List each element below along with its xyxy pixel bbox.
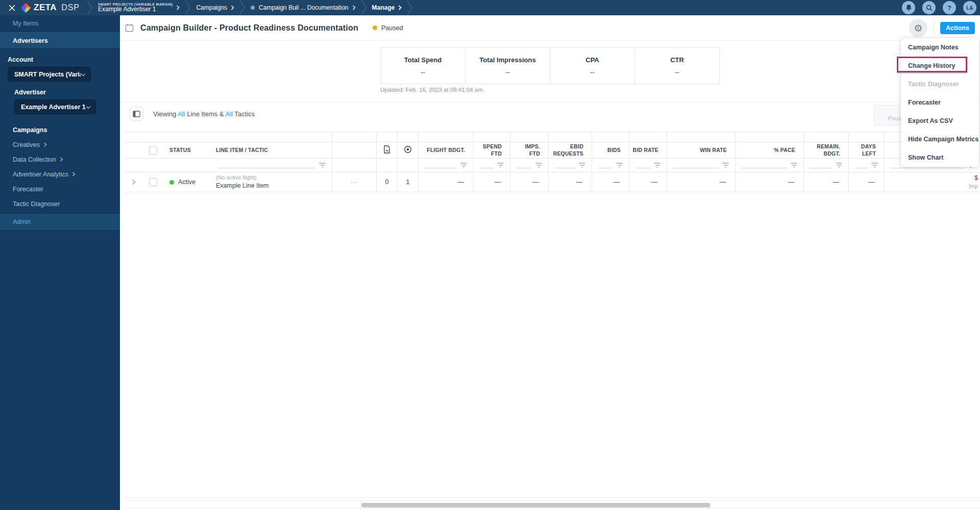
menu-item-campaign-notes[interactable]: Campaign Notes [901, 38, 979, 57]
column-header[interactable]: FLIGHT BDGT. [419, 142, 473, 159]
breadcrumb-campaigns[interactable]: Campaigns [191, 4, 239, 11]
filter-icon[interactable] [579, 163, 585, 168]
column-ebid-requests: EBID REQUESTS— [549, 132, 592, 192]
column-win-rate: WIN RATE— [667, 132, 736, 192]
column-header[interactable]: WIN RATE [667, 142, 735, 159]
filter-icon[interactable] [616, 163, 623, 168]
sidebar-item-campaigns[interactable]: Campaigns [0, 122, 120, 137]
column-filter[interactable] [474, 159, 510, 172]
column-header[interactable]: BID RATE [629, 142, 667, 159]
close-icon[interactable] [3, 0, 20, 15]
expand-row-icon[interactable] [132, 179, 136, 185]
menu-item-show-chart[interactable]: Show Chart [901, 148, 979, 167]
page-title: Campaign Builder - Product Readiness Doc… [140, 23, 358, 33]
column-pace: % PACE— [736, 132, 804, 192]
sidebar-item-creatives[interactable]: Creatives [0, 137, 120, 152]
column-filter[interactable] [549, 159, 592, 172]
filter-input[interactable] [673, 168, 719, 168]
filter-input[interactable] [425, 168, 457, 168]
column-header[interactable]: % PACE [736, 142, 803, 159]
search-icon[interactable] [922, 1, 936, 14]
column-header[interactable]: BIDS [592, 142, 629, 159]
filter-icon[interactable] [722, 163, 729, 168]
filter-input[interactable] [635, 168, 650, 168]
filter-input[interactable] [480, 168, 494, 168]
file-count-cell: 0 [377, 172, 397, 192]
help-icon[interactable]: ? [943, 1, 956, 14]
filter-icon[interactable] [535, 163, 542, 168]
row-more-menu-icon[interactable]: ⋯ [351, 178, 358, 186]
line-item-column-header[interactable]: LINE ITEM / TACTIC [212, 142, 332, 159]
breadcrumb-manage[interactable]: Manage [367, 4, 407, 11]
sidebar-item-advertisers[interactable]: Advertisers [0, 32, 120, 49]
filter-input[interactable] [810, 168, 832, 168]
filter-input[interactable] [517, 168, 532, 168]
line-item-cell[interactable]: (No active flight) Example Line Item [212, 172, 332, 192]
filter-icon[interactable] [319, 163, 326, 168]
table-bottom-border [125, 497, 980, 498]
filter-input[interactable] [742, 168, 787, 168]
filter-icon[interactable] [460, 163, 467, 168]
metric-cell: — [667, 172, 735, 192]
sidebar-item-admin[interactable]: Admin [0, 214, 120, 230]
status-column-header[interactable]: STATUS [164, 142, 212, 159]
notifications-bell-icon[interactable] [902, 1, 915, 14]
filter-icon[interactable] [836, 163, 842, 168]
column-header[interactable]: EBID REQUESTS [549, 142, 592, 159]
column-filter[interactable] [849, 159, 884, 172]
column-header[interactable]: DAYS LEFT [849, 142, 884, 159]
filter-input[interactable] [598, 168, 612, 168]
column-filter[interactable] [592, 159, 629, 172]
select-all-checkbox[interactable] [149, 146, 157, 155]
table-toolbar: Viewing All Line Items & All Tactics Pau… [120, 102, 980, 131]
filter-icon[interactable] [791, 163, 797, 168]
column-filter[interactable] [736, 159, 803, 172]
row-checkbox[interactable] [149, 178, 157, 186]
column-header[interactable]: IMPS. FTD [510, 142, 548, 159]
menu-item-export-as-csv[interactable]: Export As CSV [901, 112, 979, 130]
column-filter[interactable] [804, 159, 848, 172]
breadcrumb-advertiser[interactable]: SMART PROJECTS (VARIABLE MARGIN) Example… [93, 3, 185, 13]
filter-input[interactable] [891, 168, 964, 168]
advertiser-label: Advertiser [14, 89, 120, 96]
breadcrumb-separator [407, 1, 413, 15]
filter-icon[interactable] [871, 163, 878, 168]
sidebar-item-my-items[interactable]: My Items [0, 15, 120, 32]
horizontal-scrollbar-thumb[interactable] [361, 503, 710, 507]
gear-icon[interactable]: ⚙ [909, 19, 927, 37]
column-imps-ftd: IMPS. FTD— [510, 132, 549, 192]
column-remain-bdgt: REMAIN. BDGT.— [804, 132, 849, 192]
filter-input[interactable] [855, 168, 868, 168]
column-layout-icon[interactable] [129, 107, 143, 121]
line-item-filter[interactable] [212, 159, 332, 172]
zeta-dsp-logo[interactable]: ZETA DSP [21, 3, 80, 13]
account-select[interactable]: SMART Projects (Variable M [8, 67, 91, 82]
all-tactics-link[interactable]: All [225, 110, 232, 118]
advertiser-select-value: Example Advertiser 1 [21, 104, 86, 111]
filter-input[interactable] [555, 168, 575, 168]
breadcrumb-separator [239, 1, 246, 15]
metric-cell: — [592, 172, 629, 192]
actions-button[interactable]: Actions [940, 22, 975, 34]
sidebar-item-advertiser-analytics[interactable]: Advertiser Analytics [0, 167, 120, 182]
user-avatar[interactable]: L& [963, 1, 976, 14]
sidebar-item-forecaster[interactable]: Forecaster [0, 182, 120, 196]
sidebar-item-data-collection[interactable]: Data Collection [0, 152, 120, 167]
breadcrumb-campaign[interactable]: Campaign Buil ... Documentation [246, 4, 360, 11]
menu-item-forecaster[interactable]: Forecaster [901, 93, 979, 112]
sidebar-item-tactic-diagnoser[interactable]: Tactic Diagnoser [0, 196, 120, 211]
actions-dropdown-menu: Campaign NotesChange HistoryTactic Diagn… [901, 38, 979, 167]
column-header[interactable]: REMAIN. BDGT. [804, 142, 848, 159]
filter-icon[interactable] [654, 163, 660, 168]
column-filter[interactable] [629, 159, 667, 172]
column-filter[interactable] [667, 159, 735, 172]
column-header[interactable]: SPEND FTD [474, 142, 510, 159]
all-line-items-link[interactable]: All [178, 110, 185, 118]
advertiser-select[interactable]: Example Advertiser 1 [14, 99, 96, 114]
menu-item-change-history[interactable]: Change History [901, 57, 979, 75]
filter-icon[interactable] [497, 163, 504, 168]
column-filter[interactable] [510, 159, 548, 172]
menu-item-hide-campaign-metrics[interactable]: Hide Campaign Metrics [901, 130, 979, 148]
column-filter[interactable] [419, 159, 473, 172]
filter-input[interactable] [218, 168, 315, 168]
